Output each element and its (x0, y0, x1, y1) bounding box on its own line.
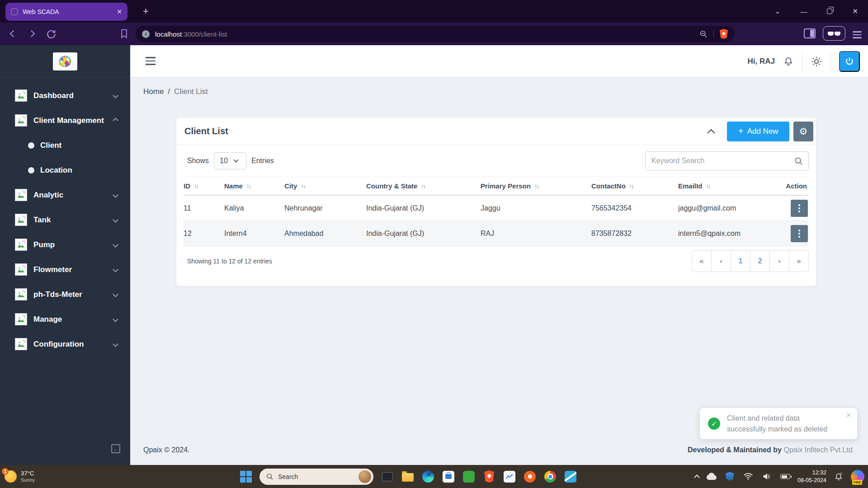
next-page-button[interactable]: › (769, 250, 789, 272)
volume-icon[interactable] (760, 470, 773, 483)
green-app-icon[interactable] (462, 470, 475, 483)
sidebar-item-manage[interactable]: Manage (0, 307, 130, 332)
site-info-icon[interactable]: i (142, 30, 150, 38)
weather-widget[interactable]: 1 37°C Sunny (5, 470, 35, 483)
column-header-name[interactable]: Name↑↓ (224, 182, 284, 190)
back-button[interactable] (10, 30, 17, 38)
sort-icon[interactable]: ↑↓ (246, 183, 250, 189)
logout-power-button[interactable] (839, 51, 860, 72)
bookmark-icon[interactable] (118, 28, 130, 39)
sort-icon[interactable]: ↑↓ (629, 183, 633, 189)
row-actions-kebab-button[interactable] (791, 200, 808, 217)
broken-image-icon (15, 288, 27, 300)
sidebar-item-label: Dashboard (33, 91, 74, 100)
row-actions-kebab-button[interactable] (791, 225, 808, 242)
column-header-action: Action (778, 182, 809, 190)
battery-icon[interactable] (779, 470, 792, 483)
column-header-primary-person[interactable]: Primary Person↑↓ (481, 182, 591, 190)
do-not-disturb-bell-icon[interactable]: z (832, 470, 845, 483)
sidebar-item-dashboard[interactable]: Dashboard (0, 83, 130, 108)
start-button[interactable] (240, 471, 252, 483)
broken-image-icon (15, 338, 27, 350)
cell-name: Kaliya (224, 204, 284, 212)
tab-search-chevron-icon[interactable]: ⌄ (775, 7, 781, 15)
sidebar-item-location[interactable]: Location (0, 158, 130, 183)
clock[interactable]: 12:32 08-05-2024 (797, 469, 826, 484)
sidebar-item-ph-tds-meter[interactable]: ph-Tds-Meter (0, 282, 130, 307)
taskbar: 1 37°C Sunny Search (0, 465, 868, 488)
chart-app-icon[interactable] (503, 470, 516, 483)
windows-security-icon[interactable] (723, 470, 736, 483)
sort-icon[interactable]: ↑↓ (194, 183, 198, 189)
onedrive-icon[interactable] (705, 470, 717, 483)
breadcrumb-home[interactable]: Home (143, 87, 164, 96)
sidebar-item-client-management[interactable]: Client Management (0, 108, 130, 133)
keyword-search-input[interactable] (645, 151, 809, 171)
brave-vpn-icon[interactable] (823, 26, 845, 41)
column-header-country-state[interactable]: Country & State↑↓ (366, 182, 481, 190)
sidebar-item-label: ph-Tds-Meter (33, 290, 82, 299)
toast-close-icon[interactable]: ✕ (846, 412, 851, 419)
settings-gear-button[interactable]: ⚙ (793, 122, 813, 141)
sidebar-item-pump[interactable]: Pump (0, 232, 130, 257)
search-icon[interactable] (794, 156, 803, 166)
column-header-emailid[interactable]: EmailId↑↓ (678, 182, 778, 190)
chevron-down-icon (113, 217, 118, 223)
orange-app-icon[interactable] (524, 470, 536, 483)
sort-icon[interactable]: ↑↓ (421, 183, 425, 189)
brave-shields-icon[interactable] (719, 29, 728, 39)
sort-icon[interactable]: ↑↓ (706, 183, 710, 189)
previous-page-button[interactable]: ‹ (711, 250, 731, 272)
browser-menu-icon[interactable] (853, 28, 862, 38)
menu-toggle-icon[interactable] (146, 57, 156, 65)
sidebar-collapse-icon[interactable]: ← (111, 444, 120, 453)
taskbar-search[interactable]: Search (259, 469, 373, 485)
sidebar-item-client[interactable]: Client (0, 133, 130, 158)
card-collapse-icon[interactable] (708, 129, 715, 136)
window-restore-button[interactable] (827, 9, 832, 14)
page-search-icon[interactable] (699, 29, 708, 38)
wifi-icon[interactable] (742, 470, 755, 483)
address-bar[interactable]: i localhost:3000/client-list (136, 26, 735, 42)
browser-tab[interactable]: Web SCADA ✕ (5, 3, 127, 21)
theme-toggle-sun-icon[interactable] (811, 56, 822, 67)
sort-icon[interactable]: ↑↓ (534, 183, 538, 189)
copilot-icon[interactable]: PRE (851, 470, 864, 483)
column-header-contactno[interactable]: ContactNo↑↓ (591, 182, 678, 190)
sort-icon[interactable]: ↑↓ (301, 183, 305, 189)
edge-icon[interactable] (422, 470, 434, 483)
forward-button[interactable] (28, 30, 35, 38)
app-logo[interactable] (53, 52, 77, 70)
client-table: ID↑↓Name↑↓City↑↓Country & State↑↓Primary… (176, 177, 816, 246)
last-page-button[interactable]: » (789, 250, 809, 272)
task-view-icon[interactable] (381, 470, 394, 483)
svg-text:z: z (840, 472, 842, 475)
column-header-id[interactable]: ID↑↓ (184, 182, 224, 190)
company-link[interactable]: Qpaix Infitech Pvt.Ltd. (783, 446, 854, 454)
tab-close-icon[interactable]: ✕ (117, 8, 122, 15)
clock-date: 08-05-2024 (797, 477, 826, 484)
page-1-button[interactable]: 1 (731, 250, 750, 272)
side-panel-icon[interactable] (804, 28, 816, 38)
sidebar-item-flowmeter[interactable]: Flowmeter (0, 257, 130, 282)
ms-store-icon[interactable] (442, 470, 455, 483)
new-tab-button[interactable]: + (143, 5, 149, 17)
tray-chevron-up-icon[interactable] (694, 474, 700, 480)
sidebar-item-analytic[interactable]: Analytic (0, 183, 130, 207)
sidebar-item-tank[interactable]: Tank (0, 207, 130, 232)
window-minimize-button[interactable]: — (800, 8, 807, 15)
first-page-button[interactable]: « (692, 250, 712, 272)
reload-button[interactable] (45, 28, 57, 40)
add-new-button[interactable]: + Add New (727, 122, 789, 141)
brave-icon[interactable] (483, 470, 495, 483)
window-close-button[interactable]: ✕ (852, 7, 858, 15)
file-explorer-icon[interactable] (401, 470, 414, 483)
chrome-icon[interactable] (544, 470, 557, 483)
column-header-city[interactable]: City↑↓ (284, 182, 366, 190)
vscode-icon[interactable] (564, 470, 577, 483)
breadcrumb-current: Client List (174, 87, 208, 96)
page-2-button[interactable]: 2 (750, 250, 770, 272)
sidebar-item-configuration[interactable]: Configuration (0, 332, 130, 357)
notifications-bell-icon[interactable] (783, 56, 794, 67)
page-size-select[interactable]: 10 (214, 152, 246, 169)
